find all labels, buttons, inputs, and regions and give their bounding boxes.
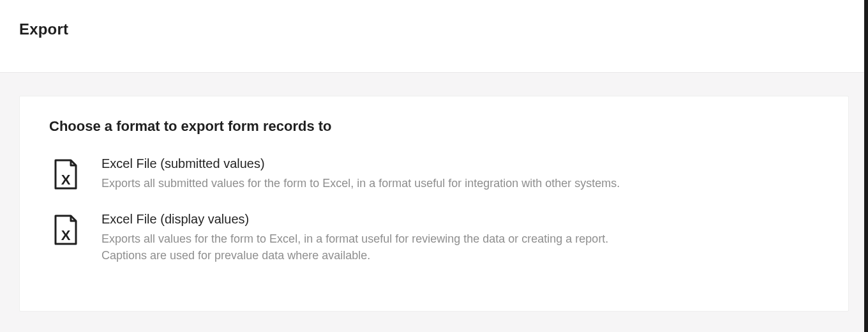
option-text: Excel File (display values) Exports all …: [101, 212, 644, 264]
window-scrollbar[interactable]: [864, 0, 868, 332]
excel-file-icon: X: [53, 212, 81, 245]
export-option-submitted-values[interactable]: X Excel File (submitted values) Exports …: [49, 154, 819, 203]
svg-text:X: X: [61, 227, 71, 243]
excel-file-icon: X: [53, 156, 81, 190]
option-title: Excel File (display values): [101, 212, 644, 227]
page-title: Export: [19, 20, 849, 38]
option-description: Exports all values for the form to Excel…: [101, 230, 644, 264]
svg-text:X: X: [61, 172, 71, 188]
option-description: Exports all submitted values for the for…: [101, 175, 644, 192]
export-panel: Choose a format to export form records t…: [19, 96, 849, 312]
panel-heading: Choose a format to export form records t…: [49, 118, 819, 135]
option-text: Excel File (submitted values) Exports al…: [101, 156, 644, 192]
option-title: Excel File (submitted values): [101, 156, 644, 171]
content-area: Choose a format to export form records t…: [0, 73, 868, 332]
export-option-display-values[interactable]: X Excel File (display values) Exports al…: [49, 209, 819, 275]
page-header: Export: [0, 0, 868, 73]
